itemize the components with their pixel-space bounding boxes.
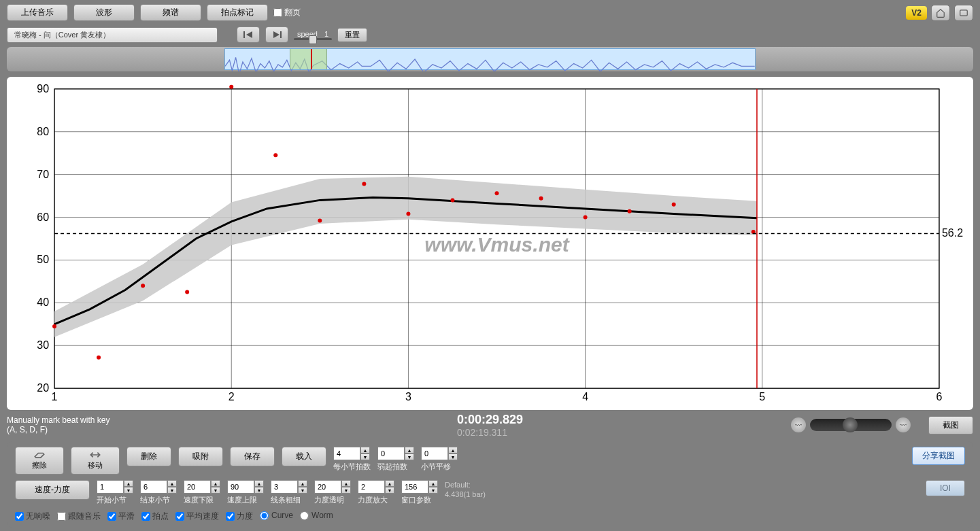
svg-text:90: 90 xyxy=(37,83,49,95)
share-screenshot-button[interactable]: 分享截图 xyxy=(912,447,965,465)
svg-text:50: 50 xyxy=(37,254,49,265)
avg-tempo-checkbox[interactable]: 平均速度 xyxy=(175,511,219,522)
dynamics-scale-spinner[interactable]: ▲▼力度放大 xyxy=(358,480,394,505)
anacrusis-spinner[interactable]: ▲▼弱起拍数 xyxy=(377,447,414,472)
default-info: Default:4.438(1 bar) xyxy=(445,480,486,500)
beats-per-bar-spinner[interactable]: ▲▼每小节拍数 xyxy=(333,447,371,472)
scrub-slider[interactable] xyxy=(810,419,892,431)
upload-music-button[interactable]: 上传音乐 xyxy=(7,4,68,21)
worm-radio[interactable]: Worm xyxy=(300,511,333,520)
bottom-panel: 擦除 移动 删除 吸附 保存 载入 ▲▼每小节拍数 ▲▼弱起拍数 ▲▼小节平移 … xyxy=(7,441,973,528)
svg-text:www.Vmus.net: www.Vmus.net xyxy=(424,233,570,256)
svg-point-42 xyxy=(406,212,410,216)
reset-speed-button[interactable]: 重置 xyxy=(337,28,367,42)
no-noise-checkbox[interactable]: 无响噪 xyxy=(15,511,50,522)
waveform-button[interactable]: 波形 xyxy=(73,4,135,21)
chart-svg[interactable]: 203040506070809012345656.2www.Vmus.net xyxy=(14,81,966,410)
track-title[interactable]: 常晓梅 - 问（Cover 黄友棣） xyxy=(7,27,218,43)
dynamics-checkbox[interactable]: 力度 xyxy=(226,511,253,522)
svg-point-35 xyxy=(97,356,101,360)
svg-point-38 xyxy=(229,85,233,89)
delete-button[interactable]: 删除 xyxy=(126,447,171,466)
wave-start-icon[interactable]: 〰 xyxy=(791,417,806,432)
svg-point-36 xyxy=(141,284,145,288)
waveform-selection[interactable] xyxy=(290,49,327,69)
move-button[interactable]: 移动 xyxy=(71,447,120,475)
ioi-button[interactable]: IOI xyxy=(926,480,965,496)
svg-point-44 xyxy=(495,191,499,195)
svg-point-34 xyxy=(52,324,56,328)
prev-button[interactable] xyxy=(237,27,260,43)
playback-row: 常晓梅 - 问（Cover 黄友棣） speed1 重置 xyxy=(0,25,980,47)
beat-mark-button[interactable]: 拍点标记 xyxy=(207,4,268,21)
svg-text:2: 2 xyxy=(229,391,235,402)
tempo-chart: 203040506070809012345656.2www.Vmus.net xyxy=(7,77,973,410)
svg-text:40: 40 xyxy=(37,296,49,308)
svg-point-39 xyxy=(273,153,277,157)
svg-text:6: 6 xyxy=(936,391,943,402)
save-button[interactable]: 保存 xyxy=(230,447,275,466)
screenshot-button[interactable]: 截图 xyxy=(928,416,973,434)
erase-button[interactable]: 擦除 xyxy=(15,447,64,475)
svg-text:4: 4 xyxy=(582,391,588,402)
line-thickness-spinner[interactable]: ▲▼线条粗细 xyxy=(271,480,307,505)
svg-point-37 xyxy=(185,290,189,294)
version-badge: V2 xyxy=(906,6,927,20)
start-bar-spinner[interactable]: ▲▼开始小节 xyxy=(97,480,133,505)
tempo-max-spinner[interactable]: ▲▼速度上限 xyxy=(227,480,264,505)
svg-point-47 xyxy=(628,209,632,213)
svg-rect-1 xyxy=(243,31,245,38)
svg-point-40 xyxy=(318,219,322,223)
speed-slider[interactable] xyxy=(294,38,332,40)
window-param-spinner[interactable]: ▲▼窗口参数 xyxy=(401,480,438,505)
svg-text:5: 5 xyxy=(759,391,765,402)
follow-music-checkbox[interactable]: 跟随音乐 xyxy=(57,511,101,522)
home-icon[interactable] xyxy=(931,5,950,21)
beat-checkbox[interactable]: 拍点 xyxy=(141,511,169,522)
time-display: 0:00:29.829 0:02:19.311 xyxy=(457,413,523,438)
svg-point-46 xyxy=(584,216,588,220)
bar-offset-spinner[interactable]: ▲▼小节平移 xyxy=(421,447,458,472)
waveform-overview[interactable] xyxy=(7,47,973,71)
svg-rect-4 xyxy=(280,31,282,38)
dynamics-transparency-spinner[interactable]: ▲▼力度透明 xyxy=(314,480,351,505)
tempo-min-spinner[interactable]: ▲▼速度下限 xyxy=(184,480,220,505)
wave-end-icon[interactable]: 〰 xyxy=(896,417,911,432)
svg-text:30: 30 xyxy=(37,339,49,351)
svg-point-48 xyxy=(672,203,676,207)
svg-point-41 xyxy=(362,182,366,186)
import-button[interactable]: 载入 xyxy=(282,447,326,466)
status-row: Manually mark beat with key(A, S, D, F) … xyxy=(7,413,973,437)
fullscreen-icon[interactable] xyxy=(954,5,973,21)
svg-marker-3 xyxy=(273,31,280,38)
svg-point-45 xyxy=(539,196,543,201)
flip-page-checkbox[interactable]: 翻页 xyxy=(273,7,301,18)
end-bar-spinner[interactable]: ▲▼结束小节 xyxy=(140,480,177,505)
svg-point-43 xyxy=(450,198,454,202)
svg-text:80: 80 xyxy=(37,126,49,137)
snap-button[interactable]: 吸附 xyxy=(178,447,223,466)
svg-text:70: 70 xyxy=(37,169,49,180)
spectrum-button[interactable]: 频谱 xyxy=(140,4,201,21)
svg-text:1: 1 xyxy=(52,391,58,402)
svg-rect-0 xyxy=(960,10,968,15)
curve-radio[interactable]: Curve xyxy=(260,511,293,520)
tempo-dynamics-button[interactable]: 速度-力度 xyxy=(15,480,90,500)
svg-text:60: 60 xyxy=(37,211,49,223)
svg-text:3: 3 xyxy=(405,391,411,402)
waveform-cursor[interactable] xyxy=(311,49,312,69)
svg-text:20: 20 xyxy=(37,382,49,394)
svg-text:56.2: 56.2 xyxy=(942,227,963,239)
speed-control[interactable]: speed1 xyxy=(294,30,332,40)
hint-text: Manually mark beat with key(A, S, D, F) xyxy=(7,415,109,435)
smooth-checkbox[interactable]: 平滑 xyxy=(107,511,135,522)
play-button[interactable] xyxy=(265,27,288,43)
svg-marker-2 xyxy=(246,31,252,38)
top-toolbar: 上传音乐 波形 频谱 拍点标记 翻页 V2 xyxy=(0,0,980,25)
